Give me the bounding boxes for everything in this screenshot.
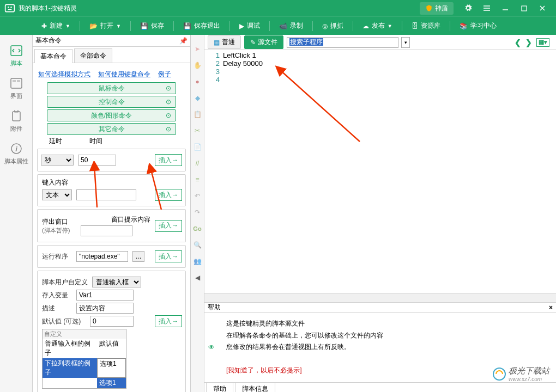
study-button[interactable]: 📚学习中心 [455, 19, 501, 33]
btn-mouse-cmd[interactable]: 鼠标命令⊙ [47, 82, 176, 94]
tab-source-view[interactable]: ✎源文件 [244, 35, 283, 49]
list-item[interactable]: 普通输入框的例子默认值 [43, 339, 126, 358]
custom-section: 脚本用户自定义 普通输入框 存入变量 描述 默认值 (可选) 插入→ [37, 271, 186, 392]
custom-list[interactable]: 自定义 普通输入框的例子默认值 下拉列表框的例子选项1 选项1 [42, 329, 126, 389]
resource-button[interactable]: 🗄资源库 [407, 19, 445, 33]
grab-button[interactable]: ◎抓抓 [318, 19, 348, 33]
run-insert-button[interactable]: 插入→ [155, 250, 182, 262]
tool-undo-icon[interactable]: ↶ [193, 192, 202, 200]
run-section: 运行程序 ... 插入→ [37, 245, 186, 268]
tool-paste-icon[interactable]: 📄 [193, 143, 202, 151]
maximize-button[interactable] [515, 0, 533, 16]
watermark-logo-icon [492, 367, 506, 381]
db-icon: 🗄 [412, 22, 418, 30]
input-content-input[interactable] [76, 189, 136, 200]
tool-bookmark-icon[interactable]: ◆ [193, 94, 202, 102]
maximize-icon [521, 5, 527, 11]
tab-help[interactable]: 帮助 [206, 383, 233, 392]
search-subroutine[interactable]: 搜索子程序 [287, 37, 398, 48]
tool-go-icon[interactable]: Go [193, 224, 202, 233]
tool-cursor-icon[interactable]: ➤ [193, 45, 202, 53]
tool-find-icon[interactable]: 🔍 [193, 241, 202, 249]
btn-color-cmd[interactable]: 颜色/图形命令⊙ [47, 109, 176, 121]
nav-script[interactable]: 脚本 [3, 40, 30, 71]
tool-hand-icon[interactable]: ✋ [193, 61, 202, 70]
save-exit-button[interactable]: 💾保存退出 [179, 19, 225, 33]
custom-default-input[interactable] [90, 316, 134, 327]
nav-next-icon[interactable]: ❯ [525, 38, 532, 47]
close-button[interactable] [533, 0, 552, 16]
input-insert-button[interactable]: 插入→ [155, 189, 182, 201]
pin-icon[interactable]: 📌 [179, 37, 188, 45]
tool-copy-icon[interactable]: 📋 [193, 110, 202, 119]
chevron-down-icon: ⊙ [166, 84, 171, 92]
record-button[interactable]: 📹录制 [275, 19, 307, 33]
delay-insert-button[interactable]: 插入→ [155, 154, 182, 166]
open-button[interactable]: 📂打开▼ [85, 19, 125, 33]
list-item[interactable]: 选项1 [43, 378, 126, 388]
popup-insert-button[interactable]: 插入→ [155, 220, 182, 232]
svg-point-2 [10, 7, 12, 8]
save-button[interactable]: 💾保存 [136, 19, 168, 33]
link-example[interactable]: 例子 [158, 70, 171, 79]
input-type-select[interactable]: 文本 [42, 189, 72, 200]
svg-rect-3 [522, 6, 527, 11]
script-icon [9, 44, 24, 58]
tool-redo-icon[interactable]: ↷ [193, 208, 202, 217]
tab-basic-cmd[interactable]: 基本命令 [34, 49, 72, 63]
run-program-input[interactable] [76, 251, 128, 262]
tool-uncomment-icon[interactable]: ≡ [193, 175, 202, 184]
help-dismiss-link[interactable]: [我知道了，以后不必提示] [226, 366, 302, 374]
editor-view-tabs: ▦普通 ✎源文件 搜索子程序 ▾ ❮ ❯ ▦▾ [204, 35, 556, 50]
nav-prev-icon[interactable]: ❮ [515, 38, 521, 47]
delay-section: 秒 插入→ [37, 149, 186, 171]
link-sim-mode[interactable]: 如何选择模拟方式 [38, 70, 90, 79]
custom-desc-input[interactable] [76, 303, 134, 314]
shield-button[interactable]: 神盾 [420, 2, 454, 15]
play-icon: ▶ [239, 22, 244, 30]
tool-users-icon[interactable]: 👥 [193, 257, 202, 266]
code-editor[interactable]: 1LeftClick 1 2Delay 50000 3 4 [204, 50, 556, 293]
list-item[interactable]: 下拉列表框的例子选项1 [43, 358, 126, 378]
nav-ui[interactable]: 界面 [3, 73, 30, 103]
chevron-down-icon: ▼ [65, 23, 70, 29]
help-close-icon[interactable]: × [549, 304, 553, 311]
minimize-button[interactable] [496, 0, 515, 16]
settings-button[interactable] [459, 0, 478, 16]
custom-type-select[interactable]: 普通输入框 [92, 277, 141, 287]
publish-button[interactable]: ☁发布▼ [358, 19, 397, 33]
tool-cut-icon[interactable]: ✂ [193, 126, 202, 135]
menu-button[interactable] [478, 0, 496, 16]
btn-other-cmd[interactable]: 其它命令⊙ [47, 123, 176, 135]
new-button[interactable]: ✚新建▼ [37, 19, 75, 33]
custom-var-input[interactable] [76, 290, 134, 301]
menu-icon [483, 4, 491, 12]
clip-icon [9, 109, 24, 123]
debug-button[interactable]: ▶调试 [235, 19, 264, 33]
run-browse-button[interactable]: ... [132, 251, 144, 262]
tab-all-cmd[interactable]: 全部命令 [74, 48, 112, 63]
tab-normal-view[interactable]: ▦普通 [208, 35, 241, 49]
btn-ctrl-cmd[interactable]: 控制命令⊙ [47, 96, 176, 108]
publish-icon: ☁ [362, 22, 369, 30]
titlebar: 我的脚本1-按键精灵 神盾 [0, 0, 556, 16]
nav-attr[interactable]: i 脚本属性 [3, 138, 30, 169]
tab-script-info[interactable]: 脚本信息 [235, 383, 275, 392]
command-panel: 基本命令 📌 基本命令 全部命令 如何选择模拟方式 如何使用键盘命令 例子 鼠标… [33, 35, 191, 392]
tool-collapse-icon[interactable]: ◀ [193, 273, 202, 282]
delay-unit-select[interactable]: 秒 [41, 155, 74, 166]
editor-h-scrollbar[interactable] [204, 293, 556, 302]
custom-insert-button[interactable]: 插入→ [155, 315, 182, 327]
delay-value-input[interactable] [78, 155, 116, 166]
link-kb-cmd[interactable]: 如何使用键盘命令 [98, 70, 150, 79]
tool-break-icon[interactable]: ● [193, 77, 202, 86]
svg-point-1 [8, 7, 9, 8]
search-dropdown-icon[interactable]: ▾ [401, 37, 410, 48]
popup-hint-input[interactable] [81, 225, 132, 236]
nav-attach[interactable]: 附件 [3, 106, 30, 136]
close-icon [539, 5, 546, 11]
minimize-icon [502, 5, 509, 11]
layout-icon[interactable]: ▦▾ [536, 38, 549, 47]
tool-comment-icon[interactable]: // [193, 159, 202, 168]
grab-icon: ◎ [322, 22, 328, 30]
